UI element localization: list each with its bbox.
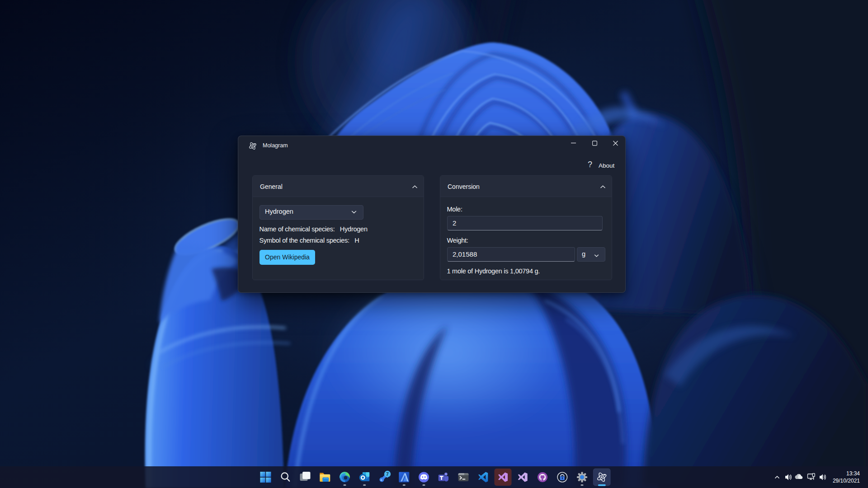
svg-text:7: 7 (386, 471, 389, 477)
